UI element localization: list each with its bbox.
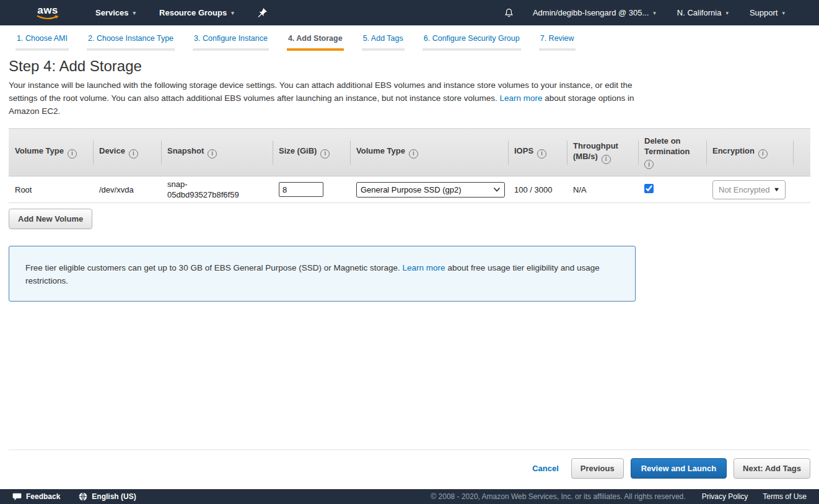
account-menu[interactable]: Admin/degibb-Isengard @ 305... ▾	[533, 8, 656, 17]
tab-add-tags[interactable]: 5. Add Tags	[362, 34, 405, 51]
main-content: Step 4: Add Storage Your instance will b…	[0, 58, 819, 302]
add-new-volume-button[interactable]: Add New Volume	[9, 209, 92, 229]
cell-volume-type: Root	[9, 176, 93, 203]
learn-more-storage-link[interactable]: Learn more	[500, 93, 543, 103]
wizard-steps-tabs: 1. Choose AMI 2. Choose Instance Type 3.…	[0, 25, 819, 51]
tab-choose-instance-type[interactable]: 2. Choose Instance Type	[87, 34, 175, 51]
encryption-dropdown[interactable]: Not Encrypted ▼	[712, 180, 786, 199]
info-icon[interactable]: i	[68, 149, 77, 159]
page-title: Step 4: Add Storage	[9, 58, 810, 75]
cell-volume-type-select: General Purpose SSD (gp2)	[350, 176, 508, 203]
cell-snapshot: snap-05dbd93527b8f6f59	[161, 176, 273, 203]
dropdown-arrow-icon: ▼	[773, 186, 781, 193]
chevron-down-icon: ▾	[231, 10, 234, 16]
aws-smile-icon	[36, 15, 59, 20]
header-iops: IOPSi	[508, 129, 567, 176]
aws-logo-text: aws	[37, 6, 58, 15]
header-size-gib: Size (GiB)i	[273, 129, 350, 176]
header-throughput: Throughput (MB/s)i	[567, 129, 638, 176]
previous-button[interactable]: Previous	[571, 458, 624, 479]
page-footer: Feedback English (US) © 2008 - 2020, Ama…	[0, 489, 819, 504]
header-delete-on-termination: Delete on Termination i	[638, 129, 706, 176]
header-encryption: Encryptioni	[706, 129, 793, 176]
tab-choose-ami[interactable]: 1. Choose AMI	[15, 34, 69, 51]
info-icon[interactable]: i	[320, 149, 330, 159]
notifications-bell-icon[interactable]	[504, 7, 514, 19]
cell-size	[273, 176, 350, 203]
cell-encryption: Not Encrypted ▼	[706, 176, 793, 203]
speech-bubble-icon	[12, 493, 22, 501]
chevron-down-icon: ▾	[133, 10, 136, 16]
storage-volumes-table: Volume Typei Devicei Snapshoti Size (GiB…	[9, 128, 810, 203]
globe-icon	[79, 492, 87, 501]
volume-row-root: Root /dev/xvda snap-05dbd93527b8f6f59 Ge…	[9, 176, 810, 203]
nav-services-menu[interactable]: Services ▾	[95, 8, 136, 17]
info-icon[interactable]: i	[602, 155, 611, 164]
table-header-row: Volume Typei Devicei Snapshoti Size (GiB…	[9, 129, 810, 176]
header-volume-type-select: Volume Typei	[350, 129, 508, 176]
header-snapshot: Snapshoti	[161, 129, 273, 176]
cell-device: /dev/xvda	[93, 176, 161, 203]
top-navigation-bar: aws Services ▾ Resource Groups ▾ Admin/d…	[0, 0, 819, 25]
info-icon[interactable]: i	[644, 160, 654, 169]
header-volume-type: Volume Typei	[9, 129, 93, 176]
privacy-policy-link[interactable]: Privacy Policy	[702, 492, 748, 501]
pin-shortcut-icon[interactable]	[258, 8, 267, 18]
review-and-launch-button[interactable]: Review and Launch	[631, 458, 727, 479]
info-icon[interactable]: i	[537, 149, 546, 159]
support-menu[interactable]: Support ▾	[750, 8, 785, 17]
copyright-text: © 2008 - 2020, Amazon Web Services, Inc.…	[431, 492, 685, 501]
info-icon[interactable]: i	[208, 149, 217, 159]
language-button[interactable]: English (US)	[79, 492, 136, 501]
aws-logo[interactable]: aws	[36, 6, 59, 20]
tab-configure-security-group[interactable]: 6. Configure Security Group	[423, 34, 521, 51]
info-icon[interactable]: i	[129, 149, 138, 159]
nav-resource-groups-menu[interactable]: Resource Groups ▾	[159, 8, 234, 17]
tab-add-storage[interactable]: 4. Add Storage	[287, 34, 344, 51]
tab-review[interactable]: 7. Review	[539, 34, 576, 51]
cell-delete-on-termination	[638, 176, 706, 203]
info-icon[interactable]: i	[409, 149, 418, 159]
free-tier-info-box: Free tier eligible customers can get up …	[9, 246, 636, 302]
region-menu[interactable]: N. California ▾	[677, 8, 729, 17]
feedback-button[interactable]: Feedback	[12, 492, 60, 501]
page-description: Your instance will be launched with the …	[9, 79, 636, 118]
header-device: Devicei	[93, 129, 161, 176]
chevron-down-icon: ▾	[725, 10, 729, 16]
cell-iops: 100 / 3000	[508, 176, 567, 203]
volume-type-select[interactable]: General Purpose SSD (gp2)	[356, 182, 505, 198]
learn-more-free-tier-link[interactable]: Learn more	[403, 263, 445, 272]
info-icon[interactable]: i	[758, 149, 768, 159]
wizard-action-bar: Cancel Previous Review and Launch Next: …	[9, 450, 810, 479]
chevron-down-icon: ▾	[782, 10, 785, 16]
header-filler	[793, 129, 810, 176]
cell-throughput: N/A	[567, 176, 638, 203]
tab-configure-instance[interactable]: 3. Configure Instance	[193, 34, 269, 51]
chevron-down-icon: ▾	[653, 10, 656, 16]
next-add-tags-button[interactable]: Next: Add Tags	[734, 458, 810, 479]
cancel-link[interactable]: Cancel	[532, 464, 559, 473]
delete-on-termination-checkbox[interactable]	[644, 184, 654, 193]
size-gib-input[interactable]	[279, 182, 323, 197]
terms-of-use-link[interactable]: Terms of Use	[763, 492, 807, 501]
